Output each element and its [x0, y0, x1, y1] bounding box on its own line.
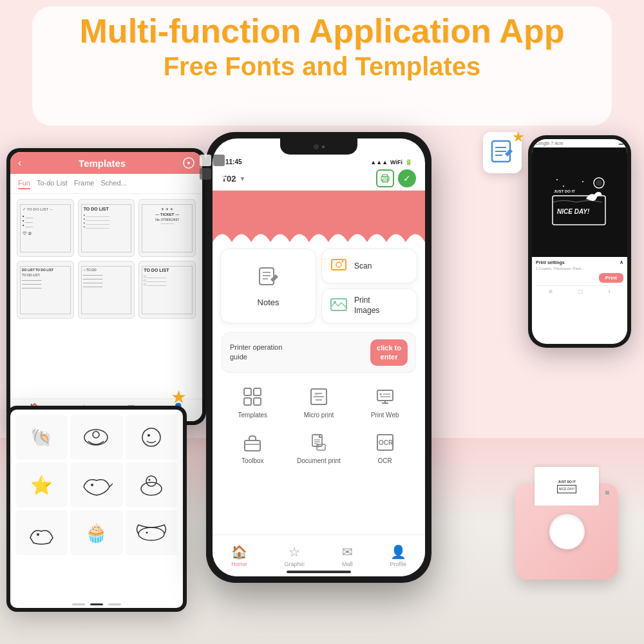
- graphic-label: Graphic: [285, 561, 305, 567]
- phone-main: 11:45 ▲▲▲ WiFi 🔋 T02 ▼: [206, 132, 431, 583]
- template-item[interactable]: ☆ TO DO ___________ ___________ ________…: [78, 261, 135, 319]
- notes-icon: [256, 265, 281, 292]
- svg-rect-32: [244, 398, 251, 405]
- graphic-item[interactable]: [70, 415, 122, 460]
- print-images-label: PrintImages: [354, 296, 379, 316]
- mall-label: Mall: [342, 561, 353, 567]
- graphics-grid: 🐚 ⭐: [10, 410, 183, 560]
- graphic-item[interactable]: [126, 462, 178, 507]
- graphic-icon: ☆: [289, 544, 300, 560]
- notes-card[interactable]: Notes: [220, 249, 316, 323]
- printer-main-button[interactable]: [549, 514, 585, 549]
- header: Multi-function Application App Free Font…: [0, 13, 644, 81]
- graphic-item[interactable]: ⭐: [15, 462, 68, 507]
- svg-rect-30: [244, 388, 251, 395]
- nav-bottom-3[interactable]: ‹: [609, 288, 611, 295]
- nav-bottom-1[interactable]: ≡: [549, 288, 553, 295]
- pink-wave-area: [213, 191, 425, 242]
- phone-notch: [280, 138, 357, 155]
- svg-point-56: [556, 179, 558, 180]
- nav-todo[interactable]: To-do List: [37, 178, 68, 189]
- nav-home[interactable]: 🏠 Home: [231, 544, 247, 567]
- print-web-label: Print Web: [371, 412, 399, 419]
- svg-text:NICE DAY!: NICE DAY!: [557, 208, 590, 215]
- guide-enter-button[interactable]: click to enter: [370, 339, 408, 366]
- templates-label: Templates: [238, 412, 268, 419]
- tablet-left: ‹ Templates Fun To-do List Frame Sched..…: [6, 148, 206, 425]
- print-images-card[interactable]: PrintImages: [321, 289, 417, 323]
- svg-point-27: [342, 261, 344, 263]
- scan-card[interactable]: Scan: [321, 249, 417, 283]
- svg-rect-39: [377, 390, 393, 401]
- print-settings-label: Print settings: [536, 260, 565, 265]
- back-button[interactable]: ‹: [18, 157, 21, 169]
- svg-text:T≡: T≡: [314, 392, 318, 396]
- svg-rect-25: [332, 260, 346, 270]
- template-item[interactable]: DO LIST TO DO LIST TO DO LIST __________…: [17, 261, 74, 319]
- grid-document-print[interactable]: Document print: [288, 428, 350, 469]
- grid-micro-print[interactable]: T≡ Micro print: [288, 382, 350, 424]
- svg-rect-33: [254, 398, 261, 405]
- template-item[interactable]: ✈ ✈ ✈ — TICKET — No: 0759313437 ········…: [138, 199, 196, 257]
- printer-body: JUST DO IT NICE DAY!: [515, 483, 618, 580]
- notes-label: Notes: [258, 298, 279, 307]
- nav-mall[interactable]: ✉ Mall: [342, 544, 353, 567]
- profile-label: Profile: [390, 561, 407, 567]
- print-button-right[interactable]: Print: [599, 273, 623, 283]
- template-nav: Fun To-do List Frame Sched...: [10, 174, 202, 194]
- profile-icon: 👤: [390, 544, 406, 560]
- svg-rect-31: [254, 388, 261, 395]
- svg-point-11: [141, 482, 162, 495]
- graphic-item[interactable]: 🐚: [15, 415, 68, 460]
- graphic-item[interactable]: [126, 510, 178, 555]
- svg-point-58: [582, 181, 583, 182]
- nav-fun[interactable]: Fun: [18, 178, 30, 189]
- template-item[interactable]: ✓ TO DO LIST ··· • ___ • ___ • ___ ♡ ☆: [17, 199, 74, 257]
- grid-toolbox[interactable]: Toolbox: [222, 428, 284, 469]
- template-item[interactable]: TO DO LIST • ___________ • ___________ •…: [78, 199, 135, 257]
- graphic-item[interactable]: [70, 462, 122, 507]
- tablet-graphics: 🐚 ⭐: [6, 406, 187, 612]
- svg-point-7: [93, 431, 99, 438]
- template-item[interactable]: TO DO LIST □ ___________ □ ___________ □…: [138, 261, 196, 319]
- nav-schedule[interactable]: Sched...: [100, 178, 126, 189]
- svg-point-29: [334, 301, 336, 303]
- print-button[interactable]: [376, 169, 394, 187]
- tablet-icons: [183, 157, 194, 169]
- document-print-label: Document print: [297, 457, 341, 464]
- svg-point-8: [142, 428, 160, 446]
- templates-icon: [243, 387, 262, 409]
- svg-text:OCR: OCR: [379, 439, 393, 446]
- svg-point-5: [187, 162, 190, 164]
- svg-point-55: [596, 180, 602, 186]
- nav-bottom-2[interactable]: □: [578, 288, 582, 295]
- square-decoration: [200, 155, 225, 180]
- main-subtitle: Free Fonts and Templates: [0, 52, 644, 81]
- grid-templates[interactable]: Templates: [222, 382, 284, 424]
- phone-status: 11:45 ▲▲▲ WiFi 🔋: [213, 155, 425, 167]
- bottom-grid: Templates T≡ Micro print: [213, 378, 425, 473]
- svg-text:JUST DO IT: JUST DO IT: [554, 189, 575, 193]
- device-selector[interactable]: T02 ▼: [222, 174, 245, 184]
- svg-point-14: [37, 533, 39, 536]
- graphic-item[interactable]: 🧁: [70, 510, 122, 555]
- micro-print-label: Micro print: [304, 412, 334, 419]
- graphic-item[interactable]: [126, 415, 178, 460]
- scan-label: Scan: [354, 261, 372, 270]
- confirm-button[interactable]: ✓: [398, 169, 416, 187]
- nav-graphic[interactable]: ☆ Graphic: [285, 544, 305, 567]
- nav-frame[interactable]: Frame: [74, 178, 95, 189]
- phone-right: Length 7.4cm ▬ JUST DO IT: [528, 135, 631, 348]
- status-time: 11:45: [225, 158, 242, 166]
- svg-rect-45: [245, 440, 260, 451]
- nav-profile[interactable]: 👤 Profile: [390, 544, 407, 567]
- graphic-item[interactable]: [15, 510, 68, 555]
- grid-print-web[interactable]: Print Web: [354, 382, 416, 424]
- main-title: Multi-function Application App: [0, 13, 644, 50]
- tablet-header: ‹ Templates: [10, 152, 202, 174]
- svg-point-13: [148, 478, 150, 480]
- toolbox-icon: [243, 433, 262, 455]
- printer-device: JUST DO IT NICE DAY!: [502, 483, 631, 612]
- grid-ocr[interactable]: OCR OCR: [354, 428, 416, 469]
- guide-text: Printer operationguide: [230, 343, 282, 363]
